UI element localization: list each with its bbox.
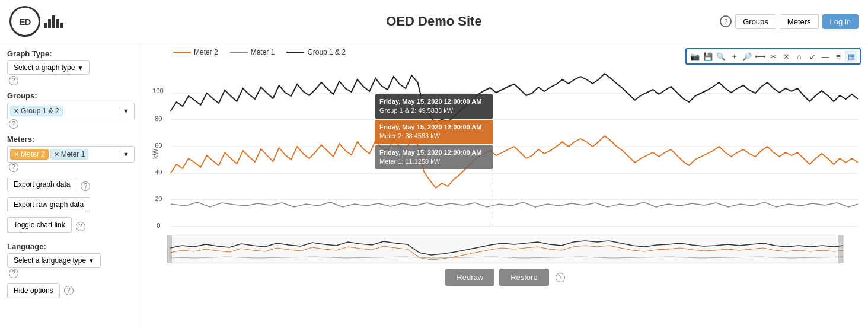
range-chart[interactable] [155,235,855,263]
toolbar-zoomout-icon[interactable]: 🔎 [741,50,753,62]
toolbar-resize-icon[interactable]: ⟷ [754,50,766,62]
meter2-tag-remove[interactable]: ✕ [14,151,19,158]
svg-text:40: 40 [155,168,162,176]
toolbar-cut-icon[interactable]: ✂ [767,50,779,62]
language-row: Select a language type ▼ [7,253,135,268]
header: ED OED Demo Site ? Groups Meters Log in [0,0,868,43]
groups-dropdown-caret[interactable]: ▼ [120,107,132,114]
language-help[interactable]: ? [9,269,18,278]
svg-text:100: 100 [152,87,164,94]
toggle-chart-row: Toggle chart link ? [7,217,135,236]
tooltip-meter2: Friday, May 15, 2020 12:00:00 AM Meter 2… [375,120,493,144]
logo: ED [9,6,63,37]
tooltip-meter1: Friday, May 15, 2020 12:00:00 AM Meter 1… [375,145,493,170]
svg-text:20: 20 [155,195,162,202]
legend-group-line [286,52,304,53]
svg-text:Sep 2020: Sep 2020 [659,230,687,231]
page-title: OED Demo Site [386,14,481,29]
meters-input[interactable]: ✕ Meter 2 ✕ Meter 1 ▼ [7,146,135,163]
meter1-tag[interactable]: ✕ Meter 1 [50,149,89,160]
svg-text:80: 80 [155,115,162,122]
graph-type-row: Select a graph type ▼ [7,60,135,75]
graph-type-dropdown[interactable]: Select a graph type ▼ [7,60,90,75]
tooltip2-title: Friday, May 15, 2020 12:00:00 AM [379,123,489,132]
graph-type-label: Graph Type: [7,49,135,58]
toggle-chart-button[interactable]: Toggle chart link [7,217,72,233]
svg-text:Jul 2020: Jul 2020 [538,230,563,231]
toolbar-grid-icon[interactable]: ▦ [845,50,857,62]
hide-options-button[interactable]: Hide options [7,283,60,298]
hide-options-help[interactable]: ? [64,286,74,295]
groups-input[interactable]: ✕ Group 1 & 2 ▼ [7,103,135,119]
meters-button[interactable]: Meters [780,14,819,29]
main-chart[interactable]: 0 20 40 60 80 100 kW Jan 2020 Mar 2020 M… [149,59,861,231]
tooltip3-value: Meter 1: 11.1250 kW [379,157,489,166]
chart-toolbar: 📷 💾 🔍 ＋ 🔎 ⟷ ✂ ✕ ⌂ ↙ — ≡ ▦ [685,48,861,65]
export-raw-row: Export raw graph data [7,197,135,216]
toolbar-zoom-icon[interactable]: 🔍 [715,50,727,62]
groups-button[interactable]: Groups [735,14,776,29]
toolbar-home-icon[interactable]: ⌂ [793,50,805,62]
toolbar-arrow-icon[interactable]: ↙ [806,50,818,62]
legend-meter1: Meter 1 [230,48,275,56]
redraw-button[interactable]: Redraw [445,269,494,286]
toolbar-list-icon[interactable]: ≡ [832,50,844,62]
tooltip3-title: Friday, May 15, 2020 12:00:00 AM [379,148,489,157]
group-tag[interactable]: ✕ Group 1 & 2 [10,106,63,116]
toolbar-plus-icon[interactable]: ＋ [728,50,740,62]
meter1-tag-remove[interactable]: ✕ [54,151,59,158]
svg-rect-22 [838,235,843,263]
groups-label: Groups: [7,91,135,100]
legend-group: Group 1 & 2 [286,48,346,56]
meters-help[interactable]: ? [9,163,18,172]
groups-help[interactable]: ? [9,119,18,129]
login-button[interactable]: Log in [822,14,859,29]
legend-meter2-line [173,52,191,53]
export-graph-button[interactable]: Export graph data [7,177,76,192]
hide-options-row: Hide options ? [7,283,135,298]
range-bar-container [155,235,855,265]
group-tag-remove[interactable]: ✕ [14,107,19,115]
legend-meter2-label: Meter 2 [194,48,218,56]
restore-button[interactable]: Restore [499,269,549,286]
language-dropdown[interactable]: Select a language type ▼ [7,253,101,268]
tooltip-group: Friday, May 15, 2020 12:00:00 AM Group 1… [375,94,493,169]
legend-meter1-line [230,52,248,53]
chart-area: 📷 💾 🔍 ＋ 🔎 ⟷ ✂ ✕ ⌂ ↙ — ≡ ▦ Meter 2 Meter … [142,43,868,328]
toolbar-close-icon[interactable]: ✕ [780,50,792,62]
svg-rect-20 [167,235,843,263]
svg-text:60: 60 [155,142,162,149]
svg-text:0: 0 [157,222,160,229]
toolbar-save-icon[interactable]: 💾 [702,50,714,62]
restore-help[interactable]: ? [556,273,565,282]
export-raw-button[interactable]: Export raw graph data [7,197,90,212]
toolbar-minus-icon[interactable]: — [819,50,831,62]
logo-bars [44,14,63,28]
toolbar-camera-icon[interactable]: 📷 [689,50,701,62]
bottom-controls: Redraw Restore ? [149,235,861,286]
svg-text:May 2020: May 2020 [414,230,443,231]
svg-text:Nov 2020: Nov 2020 [777,230,805,231]
language-label: Language: [7,242,135,251]
meters-label: Meters: [7,135,135,144]
header-help-icon[interactable]: ? [720,15,732,27]
meters-dropdown-caret[interactable]: ▼ [120,151,132,158]
toggle-help[interactable]: ? [76,222,85,231]
tooltip1-value: Group 1 & 2: 49.5833 kW [379,106,489,115]
sidebar: Graph Type: Select a graph type ▼ ? Grou… [0,43,142,328]
svg-rect-21 [167,235,172,263]
tooltip2-value: Meter 2: 38.4583 kW [379,132,489,141]
export-help[interactable]: ? [81,181,90,191]
legend-meter2: Meter 2 [173,48,218,56]
legend-group-label: Group 1 & 2 [307,48,346,56]
graph-type-help[interactable]: ? [9,76,18,85]
meter2-tag[interactable]: ✕ Meter 2 [10,149,49,160]
export-graph-row: Export graph data ? [7,177,135,196]
main-layout: Graph Type: Select a graph type ▼ ? Grou… [0,43,868,328]
redraw-row: Redraw Restore ? [445,269,564,286]
tooltip-group1: Friday, May 15, 2020 12:00:00 AM Group 1… [375,94,493,119]
chart-svg-container: 0 20 40 60 80 100 kW Jan 2020 Mar 2020 M… [149,59,861,233]
legend-meter1-label: Meter 1 [251,48,275,56]
svg-text:kW: kW [151,148,159,159]
tooltip1-title: Friday, May 15, 2020 12:00:00 AM [379,97,489,106]
